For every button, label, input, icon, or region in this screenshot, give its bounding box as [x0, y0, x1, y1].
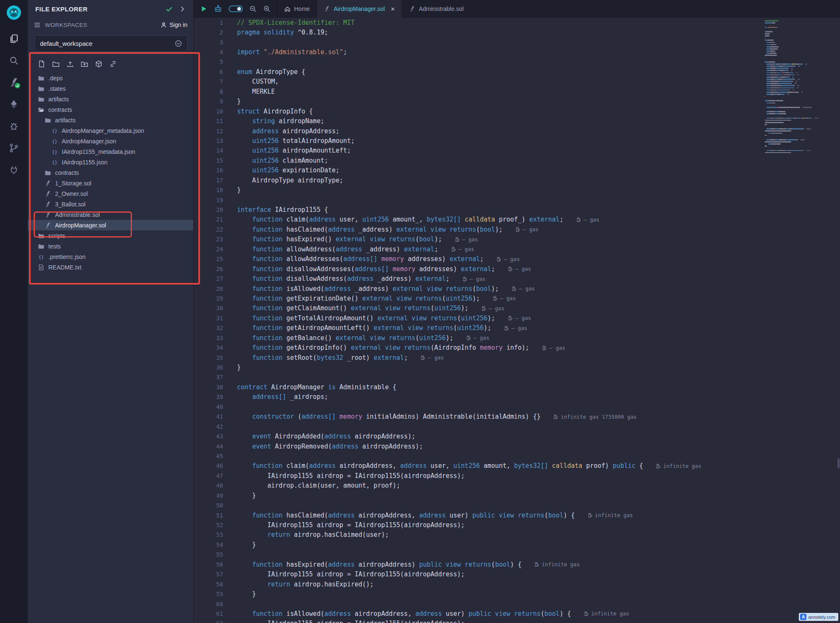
- code-line: 28 function isAllowed(address _address) …: [194, 284, 840, 293]
- new-folder-icon[interactable]: [52, 60, 60, 68]
- line-number: 59: [194, 591, 223, 597]
- tree-item-artifacts[interactable]: artifacts: [28, 94, 193, 104]
- sol-icon: [45, 201, 51, 208]
- copilot-toggle[interactable]: [229, 5, 243, 13]
- gas-estimate: – gas: [451, 246, 474, 252]
- minimap[interactable]: [765, 20, 809, 154]
- line-number: 52: [194, 522, 223, 528]
- upload-folder-icon[interactable]: [81, 60, 88, 68]
- tree-item-.states[interactable]: .states: [28, 83, 193, 94]
- gas-estimate: – gas: [455, 236, 478, 243]
- workspace-select[interactable]: default_workspace: [34, 35, 187, 52]
- tree-item-AirdropManager_metadata.json[interactable]: {}AirdropManager_metadata.json: [28, 125, 193, 136]
- check-icon[interactable]: [166, 5, 173, 13]
- line-number: 19: [194, 197, 223, 203]
- import-url-icon[interactable]: [109, 60, 117, 68]
- code-area[interactable]: 1// SPDX-License-Identifier: MIT2pragma …: [194, 18, 840, 623]
- line-number: 58: [194, 581, 223, 588]
- file-explorer-icon[interactable]: [9, 34, 19, 44]
- file-icon: [38, 264, 45, 271]
- zoom-out-icon[interactable]: [249, 5, 257, 13]
- gas-estimate: – gas: [511, 285, 535, 292]
- tree-item-3_Ballot.sol[interactable]: 3_Ballot.sol: [28, 199, 193, 209]
- folder-icon: [38, 96, 45, 103]
- gas-estimate: – gas: [462, 276, 486, 282]
- sign-in-button[interactable]: Sign in: [161, 21, 187, 28]
- gas-estimate: – gas: [496, 256, 520, 262]
- run-script-icon[interactable]: [200, 5, 208, 13]
- line-number: 53: [194, 531, 223, 538]
- code-line: 54 }: [194, 540, 840, 549]
- chevron-right-icon[interactable]: [179, 5, 186, 13]
- line-number: 14: [194, 147, 223, 154]
- solidity-compiler-icon[interactable]: [9, 77, 19, 87]
- tree-item-label: AirdropManager_metadata.json: [62, 127, 144, 134]
- editor-scrollbar-thumb[interactable]: [837, 458, 840, 468]
- tree-item-label: contracts: [48, 106, 72, 113]
- tab-home[interactable]: Home: [277, 0, 317, 18]
- remix-ai-icon[interactable]: [214, 5, 222, 13]
- gas-estimate: – gas: [508, 266, 531, 272]
- line-number: 43: [194, 433, 223, 440]
- plugin-manager-icon[interactable]: [9, 165, 19, 175]
- tree-item-.deps[interactable]: .deps: [28, 73, 193, 83]
- tree-item-artifacts[interactable]: artifacts: [28, 115, 193, 125]
- tree-item-.prettierrc.json[interactable]: {}.prettierrc.json: [28, 251, 193, 262]
- remix-logo-icon[interactable]: [5, 4, 22, 21]
- deploy-run-icon[interactable]: [9, 99, 19, 109]
- code-line: 12 address airdropAddress;: [194, 126, 840, 136]
- svg-text:{}: {}: [52, 160, 58, 165]
- code-line: 13 uint256 totalAirdropAmount;: [194, 136, 840, 145]
- tree-item-scripts[interactable]: scripts: [28, 230, 193, 241]
- line-number: 34: [194, 344, 223, 351]
- tree-item-AirdropManager.sol[interactable]: AirdropManager.sol: [28, 220, 193, 230]
- code-line: 46 function claim(address airdropAddress…: [194, 461, 840, 471]
- hamburger-icon[interactable]: [34, 21, 41, 29]
- tab-AirdropManager.sol[interactable]: AirdropManager.sol×: [317, 0, 402, 18]
- close-tab-icon[interactable]: ×: [391, 5, 395, 13]
- line-number: 1: [194, 19, 223, 26]
- debugger-icon[interactable]: [9, 121, 19, 131]
- code-line: 37: [194, 372, 840, 382]
- line-number: 3: [194, 39, 223, 46]
- tree-item-contracts[interactable]: contracts: [28, 167, 193, 178]
- zoom-in-icon[interactable]: [263, 5, 271, 13]
- code-line: 32 function getAirdropAmountLeft() exter…: [194, 323, 840, 333]
- tree-item-1_Storage.sol[interactable]: 1_Storage.sol: [28, 178, 193, 188]
- line-number: 7: [194, 78, 223, 85]
- code-line: 21 function claim(address user, uint256 …: [194, 215, 840, 224]
- tree-item-label: IAirdrop1155.json: [62, 159, 108, 166]
- tree-item-Administrable.sol[interactable]: Administrable.sol: [28, 209, 193, 220]
- search-icon[interactable]: [9, 55, 19, 66]
- line-number: 26: [194, 266, 223, 272]
- line-number: 15: [194, 157, 223, 164]
- code-line: 3: [194, 37, 840, 47]
- tree-item-label: 3_Ballot.sol: [55, 201, 85, 208]
- git-icon[interactable]: [9, 143, 19, 153]
- sol-icon: [45, 211, 51, 218]
- line-number: 38: [194, 384, 223, 391]
- upload-file-icon[interactable]: [66, 60, 74, 68]
- folder-open-icon: [38, 106, 45, 113]
- tree-item-README.txt[interactable]: README.txt: [28, 262, 193, 272]
- line-number: 16: [194, 167, 223, 174]
- tab-Administrable.sol[interactable]: Administrable.sol: [402, 0, 471, 18]
- sign-in-label: Sign in: [169, 21, 187, 28]
- code-line: 27 function disallowAddress(address _add…: [194, 274, 840, 283]
- tree-item-label: 1_Storage.sol: [55, 180, 91, 187]
- new-file-icon[interactable]: [38, 60, 45, 68]
- line-number: 54: [194, 541, 223, 548]
- tree-item-IAirdrop1155_metadata.json[interactable]: {}IAirdrop1155_metadata.json: [28, 146, 193, 157]
- tree-item-IAirdrop1155.json[interactable]: {}IAirdrop1155.json: [28, 157, 193, 167]
- tree-item-2_Owner.sol[interactable]: 2_Owner.sol: [28, 188, 193, 199]
- code-line: 36}: [194, 362, 840, 372]
- gas-estimate: – gas: [515, 226, 539, 232]
- workspace-dropdown-icon[interactable]: [175, 40, 182, 47]
- sol-icon: [45, 180, 51, 187]
- line-number: 17: [194, 177, 223, 184]
- publish-ipfs-icon[interactable]: [95, 60, 103, 68]
- tree-item-contracts[interactable]: contracts: [28, 104, 193, 115]
- solidity-file-icon: [324, 5, 330, 12]
- tree-item-tests[interactable]: tests: [28, 241, 193, 251]
- tree-item-AirdropManager.json[interactable]: {}AirdropManager.json: [28, 136, 193, 146]
